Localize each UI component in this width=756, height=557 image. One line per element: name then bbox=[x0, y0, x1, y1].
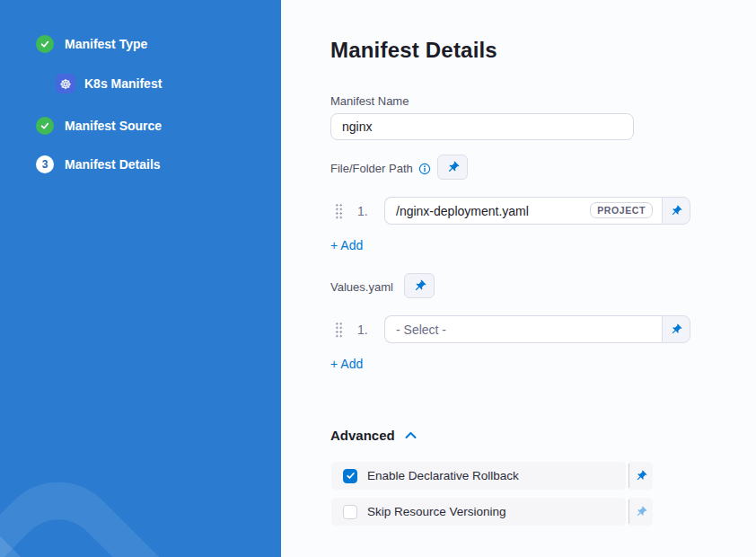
declarative-rollback-checkbox[interactable] bbox=[343, 469, 357, 483]
values-yaml-input-type-pin-button[interactable] bbox=[662, 315, 690, 343]
option-label: Enable Declarative Rollback bbox=[367, 469, 519, 482]
file-folder-path-label-row: File/Folder Path bbox=[330, 162, 431, 175]
drag-handle-icon[interactable] bbox=[335, 322, 343, 338]
file-path-input-type-pin-button[interactable] bbox=[662, 197, 690, 225]
option-label: Skip Resource Versioning bbox=[367, 505, 506, 518]
step-label: Manifest Type bbox=[65, 37, 147, 51]
select-placeholder: - Select - bbox=[396, 323, 446, 337]
manifest-wizard: Manifest Type ☸ K8s Manifest Manifest So… bbox=[0, 0, 756, 557]
file-folder-path-input-type-pin-button[interactable] bbox=[437, 155, 468, 180]
file-folder-path-label: File/Folder Path bbox=[330, 162, 413, 175]
scope-badge: PROJECT bbox=[590, 202, 653, 218]
advanced-section-toggle[interactable]: Advanced bbox=[330, 428, 418, 443]
chevron-up-icon bbox=[404, 430, 418, 440]
advanced-title: Advanced bbox=[330, 428, 395, 443]
values-yaml-label: Values.yaml bbox=[330, 280, 393, 294]
values-yaml-input-type-pin-button[interactable] bbox=[404, 273, 435, 298]
declarative-rollback-input-type-pin-button[interactable] bbox=[629, 462, 653, 490]
values-yaml-field-group: - Select - bbox=[384, 315, 690, 343]
file-path-row: 1. PROJECT bbox=[330, 197, 690, 225]
enable-declarative-rollback-option[interactable]: Enable Declarative Rollback bbox=[331, 462, 626, 490]
step-label: Manifest Source bbox=[65, 119, 162, 133]
manifest-name-input[interactable] bbox=[330, 113, 634, 140]
add-file-path-link[interactable]: + Add bbox=[330, 238, 363, 252]
info-icon[interactable] bbox=[418, 163, 431, 175]
step-label: K8s Manifest bbox=[84, 76, 162, 91]
values-yaml-select[interactable]: - Select - bbox=[384, 315, 662, 343]
page-title: Manifest Details bbox=[330, 38, 497, 63]
sidebar-step-manifest-type[interactable]: Manifest Type bbox=[36, 35, 147, 53]
manifest-details-panel: Manifest Details Manifest Name File/Fold… bbox=[281, 0, 756, 557]
sidebar-step-k8s-manifest[interactable]: ☸ K8s Manifest bbox=[56, 74, 162, 93]
step-complete-check-icon bbox=[36, 35, 54, 53]
values-yaml-row: 1. - Select - bbox=[330, 315, 690, 343]
sidebar-step-manifest-details[interactable]: 3 Manifest Details bbox=[36, 155, 161, 173]
wizard-step-sidebar: Manifest Type ☸ K8s Manifest Manifest So… bbox=[0, 0, 281, 557]
row-index: 1. bbox=[357, 323, 381, 337]
skip-resource-versioning-input-type-pin-button[interactable] bbox=[629, 498, 653, 526]
manifest-name-label: Manifest Name bbox=[330, 94, 409, 108]
advanced-option-row: Enable Declarative Rollback bbox=[331, 462, 653, 490]
row-index: 1. bbox=[357, 204, 381, 218]
add-values-yaml-link[interactable]: + Add bbox=[330, 357, 363, 371]
drag-handle-icon[interactable] bbox=[335, 203, 343, 219]
skip-resource-versioning-option[interactable]: Skip Resource Versioning bbox=[331, 498, 626, 526]
file-path-field-group: PROJECT bbox=[384, 197, 690, 225]
sidebar-step-manifest-source[interactable]: Manifest Source bbox=[36, 117, 162, 135]
skip-resource-versioning-checkbox[interactable] bbox=[343, 505, 357, 519]
advanced-option-row: Skip Resource Versioning bbox=[331, 498, 653, 526]
step-number-badge: 3 bbox=[36, 155, 54, 173]
kubernetes-wheel-icon: ☸ bbox=[56, 74, 75, 93]
step-complete-check-icon bbox=[36, 117, 54, 135]
step-label: Manifest Details bbox=[65, 157, 161, 172]
